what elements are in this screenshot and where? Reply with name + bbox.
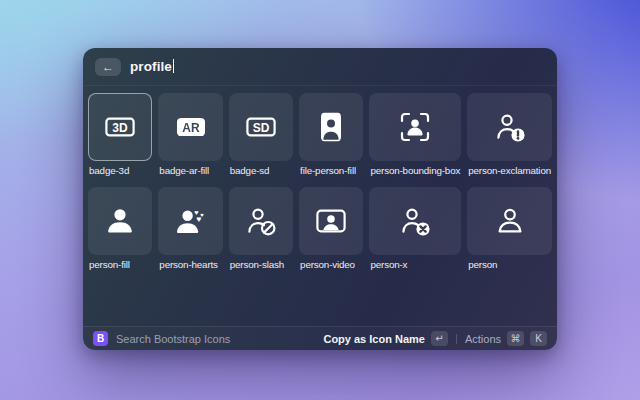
person-slash-icon [245,205,277,237]
icon-cell-person-bounding-box: person-bounding-box [369,93,461,176]
icon-tile-badge-3d[interactable]: 3D [88,93,152,161]
icon-label: person-x [369,259,461,270]
person-fill-icon [104,205,136,237]
icon-cell-badge-sd: SD badge-sd [229,93,293,176]
icon-tile-person-hearts[interactable]: ♥ ♥ ♥ [158,187,222,255]
footer-actions: Copy as Icon Name ↵ Actions ⌘ K [323,331,547,346]
badge-ar-fill-icon: AR [175,111,207,143]
person-x-icon [399,205,431,237]
icon-cell-person-x: person-x [369,187,461,270]
search-window: ← profile 3D badge-3d AR [83,48,557,350]
icon-label: badge-ar-fill [158,165,222,176]
icon-tile-person-fill[interactable] [88,187,152,255]
bootstrap-logo-icon: B [93,331,108,346]
badge-sd-icon: SD [245,111,277,143]
icon-label: person [467,259,552,270]
search-bar: ← profile [83,48,557,86]
footer-bar: B Search Bootstrap Icons Copy as Icon Na… [83,326,557,350]
icon-cell-person-fill: person-fill [88,187,152,270]
person-icon [494,205,526,237]
footer-divider [456,334,457,344]
icon-tile-person-x[interactable] [369,187,461,255]
back-button[interactable]: ← [95,58,121,76]
icon-cell-badge-3d: 3D badge-3d [88,93,152,176]
icon-tile-person[interactable] [467,187,552,255]
text-caret [173,59,175,73]
icon-cell-badge-ar-fill: AR badge-ar-fill [158,93,222,176]
icon-label: badge-sd [229,165,293,176]
icon-label: person-hearts [158,259,222,270]
icon-label: file-person-fill [299,165,363,176]
icon-tile-file-person-fill[interactable] [299,93,363,161]
person-hearts-icon: ♥ ♥ ♥ [175,205,207,237]
icon-label: person-bounding-box [369,165,461,176]
copy-as-icon-name-button[interactable]: Copy as Icon Name [323,333,424,345]
cmd-key-icon: ⌘ [507,331,524,346]
file-person-fill-icon [315,111,347,143]
icon-cell-file-person-fill: file-person-fill [299,93,363,176]
return-key-icon: ↵ [431,331,448,346]
icon-tile-person-bounding-box[interactable] [369,93,461,161]
icon-cell-person-exclamation: person-exclamation [467,93,552,176]
icon-tile-person-video[interactable] [299,187,363,255]
icon-tile-badge-sd[interactable]: SD [229,93,293,161]
icon-cell-person: person [467,187,552,270]
badge-3d-icon: 3D [104,111,136,143]
icon-label: person-fill [88,259,152,270]
icon-label: badge-3d [88,165,152,176]
svg-text:3D: 3D [113,121,129,135]
icon-label: person-exclamation [467,165,552,176]
icon-grid: 3D badge-3d AR badge-ar-fill [83,86,557,326]
icon-cell-person-slash: person-slash [229,187,293,270]
icon-cell-person-hearts: ♥ ♥ ♥ person-hearts [158,187,222,270]
search-input[interactable]: profile [130,59,174,74]
actions-button[interactable]: Actions [465,333,501,345]
icon-cell-person-video: person-video [299,187,363,270]
svg-text:♥: ♥ [196,214,201,224]
footer-app-name: Search Bootstrap Icons [116,333,230,345]
icon-tile-person-exclamation[interactable] [467,93,552,161]
person-bounding-box-icon [399,111,431,143]
icon-label: person-video [299,259,363,270]
svg-text:SD: SD [253,121,270,135]
arrow-left-icon: ← [102,61,114,73]
icon-tile-person-slash[interactable] [229,187,293,255]
person-video-icon [315,205,347,237]
k-key-icon: K [530,331,547,346]
icon-tile-badge-ar-fill[interactable]: AR [158,93,222,161]
person-exclamation-icon [494,111,526,143]
icon-label: person-slash [229,259,293,270]
